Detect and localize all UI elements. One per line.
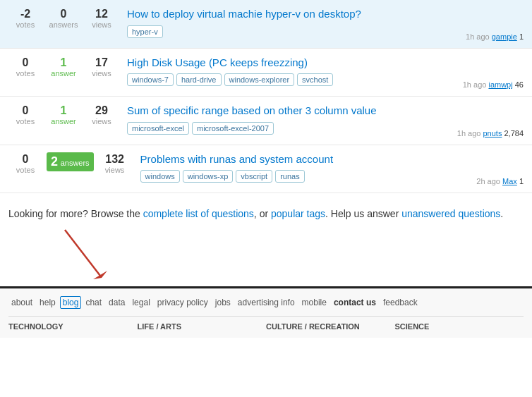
answers-label: answers bbox=[49, 20, 78, 29]
question-content: High Disk Usage (PC keeps freezzing)wind… bbox=[119, 56, 411, 90]
time-ago: 1h ago bbox=[463, 80, 487, 89]
answers-label: answer bbox=[51, 117, 75, 126]
user-link[interactable]: Max bbox=[502, 177, 517, 185]
footer-link-blog[interactable]: blog bbox=[60, 296, 82, 309]
views-block: 12 views bbox=[85, 7, 119, 29]
question-content: Problems with runas and system accountwi… bbox=[132, 152, 411, 186]
footer: abouthelpblogchatdatalegalprivacy policy… bbox=[0, 288, 532, 338]
question-title[interactable]: How to deploy virtual machie hyper-v on … bbox=[127, 7, 402, 21]
view-count: 17 bbox=[95, 56, 108, 69]
footer-link-data[interactable]: data bbox=[106, 296, 128, 309]
more-text-middle2: . Help us answer bbox=[325, 208, 401, 219]
question-stats: 0 votes 1 answer 17 views bbox=[8, 56, 119, 78]
footer-category: SCIENCE bbox=[395, 322, 524, 331]
arrow-icon bbox=[58, 223, 114, 286]
footer-category: CULTURE / RECREATION bbox=[266, 322, 395, 331]
views-block: 17 views bbox=[85, 56, 119, 78]
more-text-end: . bbox=[500, 208, 503, 219]
question-content: Sum of specific range based on other 3 c… bbox=[119, 104, 411, 138]
view-count: 12 bbox=[95, 7, 108, 20]
votes-block: 0 votes bbox=[8, 104, 42, 126]
question-meta: 2h ago Max 1 bbox=[411, 174, 524, 185]
tag[interactable]: windows bbox=[140, 170, 180, 183]
question-title[interactable]: Problems with runas and system account bbox=[140, 152, 402, 166]
question-tags: windows-7hard-drivewindows-explorersvcho… bbox=[127, 73, 402, 86]
footer-link-mobile[interactable]: mobile bbox=[299, 296, 330, 309]
unanswered-link[interactable]: unanswered questions bbox=[401, 208, 500, 219]
votes-label: votes bbox=[16, 117, 35, 126]
time-ago: 2h ago bbox=[476, 177, 500, 185]
user-link[interactable]: gampie bbox=[492, 32, 517, 41]
question-meta: 1h ago iamwpj 46 bbox=[411, 78, 524, 89]
footer-link-chat[interactable]: chat bbox=[83, 296, 104, 309]
question-list: -2 votes 0 answers 12 views How to deplo… bbox=[0, 0, 532, 193]
tag[interactable]: hyper-v bbox=[127, 25, 163, 38]
footer-link-feedback[interactable]: feedback bbox=[380, 296, 421, 309]
views-label: views bbox=[105, 166, 125, 174]
question-meta: 1h ago gampie 1 bbox=[411, 30, 524, 41]
user-score: 46 bbox=[515, 80, 524, 89]
answers-block: 1 answer bbox=[47, 104, 80, 126]
user-score: 2,784 bbox=[504, 129, 524, 138]
question-title[interactable]: High Disk Usage (PC keeps freezzing) bbox=[127, 56, 402, 70]
tag[interactable]: svchost bbox=[297, 73, 333, 86]
answers-label: answers bbox=[61, 159, 90, 167]
answer-count: 1 bbox=[61, 56, 67, 69]
question-title[interactable]: Sum of specific range based on other 3 c… bbox=[127, 104, 402, 118]
user-link[interactable]: iamwpj bbox=[488, 80, 512, 89]
votes-block: 0 votes bbox=[8, 56, 42, 78]
answer-count: 2 bbox=[51, 154, 58, 169]
arrow-container bbox=[8, 230, 524, 286]
tag[interactable]: runas bbox=[275, 170, 305, 183]
answers-block: 1 answer bbox=[47, 56, 80, 78]
question-tags: windowswindows-xpvbscriptrunas bbox=[140, 170, 402, 183]
question-tags: hyper-v bbox=[127, 25, 402, 38]
answer-count: 0 bbox=[61, 7, 67, 20]
answers-block: 2 answers bbox=[47, 152, 94, 172]
more-text-before: Looking for more? Browse the bbox=[8, 208, 143, 219]
votes-block: -2 votes bbox=[8, 7, 42, 29]
question-item: 0 votes 2 answers 132 views Problems wit… bbox=[0, 145, 532, 194]
tag[interactable]: windows-xp bbox=[183, 170, 233, 183]
question-stats: 0 votes 2 answers 132 views bbox=[8, 152, 132, 174]
vote-count: 0 bbox=[23, 104, 29, 117]
question-meta: 1h ago pnuts 2,784 bbox=[411, 126, 524, 138]
votes-label: votes bbox=[16, 20, 35, 29]
views-block: 29 views bbox=[85, 104, 119, 126]
footer-link-help[interactable]: help bbox=[37, 296, 59, 309]
complete-list-link[interactable]: complete list of questions bbox=[143, 208, 254, 219]
votes-block: 0 votes bbox=[8, 152, 42, 174]
footer-link-jobs[interactable]: jobs bbox=[212, 296, 234, 309]
footer-link-legal[interactable]: legal bbox=[129, 296, 152, 309]
question-stats: -2 votes 0 answers 12 views bbox=[8, 7, 119, 29]
more-text-middle1: , or bbox=[254, 208, 271, 219]
answers-label: answer bbox=[51, 69, 75, 78]
answer-count: 1 bbox=[61, 104, 67, 117]
footer-link-contact-us[interactable]: contact us bbox=[331, 296, 379, 309]
tag[interactable]: windows-explorer bbox=[224, 73, 295, 86]
tag[interactable]: microsoft-excel-2007 bbox=[192, 122, 274, 135]
user-score: 1 bbox=[519, 177, 524, 185]
svg-line-0 bbox=[65, 230, 100, 276]
footer-link-privacy-policy[interactable]: privacy policy bbox=[155, 296, 211, 309]
user-link[interactable]: pnuts bbox=[483, 129, 502, 138]
popular-tags-link[interactable]: popular tags bbox=[271, 208, 325, 219]
question-item: 0 votes 1 answer 29 views Sum of specifi… bbox=[0, 97, 532, 145]
views-block: 132 views bbox=[98, 152, 132, 174]
tag[interactable]: windows-7 bbox=[127, 73, 174, 86]
footer-link-about[interactable]: about bbox=[8, 296, 35, 309]
tag[interactable]: microsoft-excel bbox=[127, 122, 189, 135]
views-label: views bbox=[92, 20, 111, 29]
question-stats: 0 votes 1 answer 29 views bbox=[8, 104, 119, 126]
tag[interactable]: vbscript bbox=[236, 170, 272, 183]
footer-link-advertising-info[interactable]: advertising info bbox=[235, 296, 298, 309]
question-item: 0 votes 1 answer 17 views High Disk Usag… bbox=[0, 49, 532, 97]
question-tags: microsoft-excelmicrosoft-excel-2007 bbox=[127, 122, 402, 135]
svg-marker-1 bbox=[93, 271, 107, 279]
view-count: 29 bbox=[95, 104, 108, 117]
views-label: views bbox=[92, 69, 111, 78]
vote-count: -2 bbox=[20, 7, 30, 20]
user-score: 1 bbox=[519, 32, 524, 41]
vote-count: 0 bbox=[23, 56, 29, 69]
tag[interactable]: hard-drive bbox=[176, 73, 222, 86]
